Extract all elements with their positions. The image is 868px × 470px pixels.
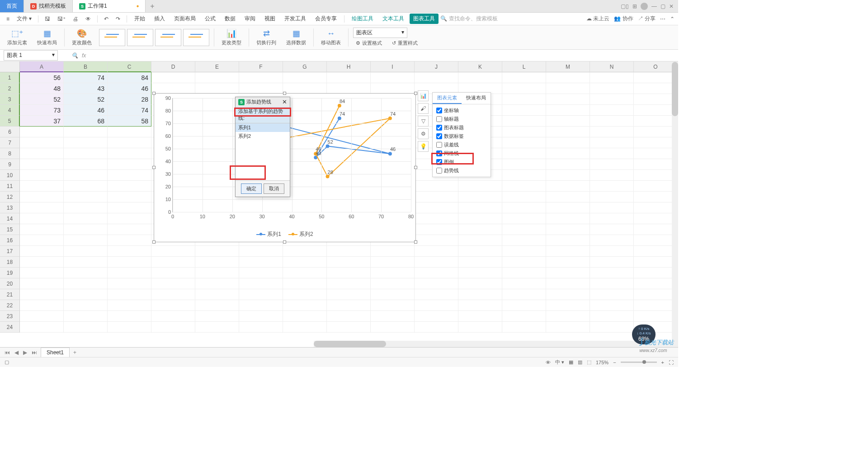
cell[interactable] xyxy=(546,246,590,257)
cell[interactable]: 52 xyxy=(20,94,64,105)
cell[interactable] xyxy=(20,170,64,181)
cell[interactable] xyxy=(458,202,502,213)
cell[interactable] xyxy=(108,311,151,322)
chart-bulb-icon[interactable]: 💡 xyxy=(418,141,429,152)
cell[interactable] xyxy=(590,246,634,257)
panel-item-7[interactable]: 趋势线 xyxy=(433,166,491,175)
cell[interactable] xyxy=(195,278,239,289)
resize-handle-w[interactable] xyxy=(152,166,156,169)
name-box[interactable]: 图表 1▾ xyxy=(4,50,58,61)
cell[interactable] xyxy=(195,300,239,311)
cell[interactable] xyxy=(327,246,371,257)
cell[interactable] xyxy=(327,311,371,322)
cell[interactable] xyxy=(151,289,195,300)
dialog-option-series1[interactable]: 系列1 xyxy=(236,123,290,132)
row-header-4[interactable]: 4 xyxy=(0,105,20,116)
cell[interactable] xyxy=(64,170,108,181)
hscroll-thumb[interactable] xyxy=(314,341,386,347)
cell[interactable] xyxy=(546,268,590,278)
resize-handle-nw[interactable] xyxy=(152,92,156,95)
row-header-20[interactable]: 20 xyxy=(0,278,20,289)
cell[interactable] xyxy=(458,72,502,83)
save-as-icon[interactable]: 🖫⁺ xyxy=(55,14,68,24)
cell[interactable] xyxy=(371,257,415,268)
cell[interactable] xyxy=(64,127,108,137)
cell[interactable] xyxy=(327,268,371,278)
cell[interactable] xyxy=(20,311,64,322)
cell[interactable] xyxy=(64,268,108,278)
cell[interactable]: 84 xyxy=(108,72,151,83)
cell[interactable]: 74 xyxy=(108,105,151,116)
panel-item-5[interactable]: 网格线 xyxy=(433,149,491,158)
cell[interactable] xyxy=(151,322,195,333)
vertical-scrollbar[interactable] xyxy=(672,62,678,347)
cell[interactable] xyxy=(590,116,634,127)
cell[interactable] xyxy=(502,235,546,246)
col-header-D[interactable]: D xyxy=(151,61,195,72)
cell[interactable] xyxy=(634,213,678,224)
col-header-G[interactable]: G xyxy=(283,61,327,72)
cell[interactable] xyxy=(634,257,678,268)
row-header-19[interactable]: 19 xyxy=(0,268,20,278)
cell[interactable] xyxy=(151,83,195,94)
col-header-M[interactable]: M xyxy=(546,61,590,72)
cell[interactable] xyxy=(415,268,458,278)
cell[interactable] xyxy=(458,311,502,322)
view-page-icon[interactable]: ▥ xyxy=(578,359,582,365)
panel-checkbox[interactable] xyxy=(436,116,442,122)
cell[interactable] xyxy=(502,94,546,105)
change-type-button[interactable]: 📊更改类型 xyxy=(219,28,244,47)
cell[interactable] xyxy=(590,137,634,148)
cell[interactable] xyxy=(195,322,239,333)
cell[interactable] xyxy=(502,300,546,311)
cell[interactable] xyxy=(371,278,415,289)
resize-handle-ne[interactable] xyxy=(414,92,417,95)
cell[interactable] xyxy=(590,268,634,278)
cell[interactable] xyxy=(108,213,151,224)
sheet-nav-last[interactable]: ⏭ xyxy=(31,349,38,356)
cell[interactable] xyxy=(458,192,502,202)
cell[interactable] xyxy=(546,83,590,94)
set-format-button[interactable]: ⚙设置格式 xyxy=(353,39,385,47)
cell[interactable] xyxy=(458,300,502,311)
cell[interactable] xyxy=(108,127,151,137)
cell[interactable] xyxy=(20,213,64,224)
select-data-button[interactable]: ▦选择数据 xyxy=(283,28,309,47)
cell[interactable] xyxy=(195,289,239,300)
cell[interactable] xyxy=(634,192,678,202)
menu-data[interactable]: 数据 xyxy=(221,14,239,24)
col-header-J[interactable]: J xyxy=(415,61,458,72)
cell[interactable] xyxy=(239,278,283,289)
cell[interactable] xyxy=(64,235,108,246)
cell[interactable] xyxy=(634,105,678,116)
menu-dev[interactable]: 开发工具 xyxy=(281,14,310,24)
chart-style-4[interactable] xyxy=(183,29,209,46)
cell[interactable] xyxy=(239,322,283,333)
cell[interactable] xyxy=(151,246,195,257)
cell[interactable] xyxy=(20,278,64,289)
col-header-O[interactable]: O xyxy=(634,61,678,72)
cell[interactable] xyxy=(108,224,151,235)
cell[interactable] xyxy=(108,159,151,170)
window-layout-icon[interactable]: ▢▯ xyxy=(621,3,629,9)
cell[interactable] xyxy=(195,83,239,94)
cell[interactable] xyxy=(108,300,151,311)
search-icon[interactable]: 🔍 xyxy=(71,52,78,59)
redo-icon[interactable]: ↷ xyxy=(113,14,123,24)
cell[interactable] xyxy=(502,213,546,224)
cell[interactable] xyxy=(634,94,678,105)
menu-insert[interactable]: 插入 xyxy=(151,14,169,24)
panel-checkbox[interactable] xyxy=(436,159,442,165)
cell[interactable] xyxy=(415,192,458,202)
cell[interactable] xyxy=(20,181,64,192)
menu-start[interactable]: 开始 xyxy=(131,14,149,24)
cell[interactable] xyxy=(502,289,546,300)
cell[interactable] xyxy=(546,224,590,235)
cell[interactable]: 58 xyxy=(108,116,151,127)
cell[interactable] xyxy=(239,72,283,83)
cell[interactable] xyxy=(239,300,283,311)
cell[interactable] xyxy=(502,83,546,94)
legend-series1[interactable]: 系列1 xyxy=(256,230,281,238)
cell[interactable] xyxy=(458,278,502,289)
cell[interactable] xyxy=(64,192,108,202)
